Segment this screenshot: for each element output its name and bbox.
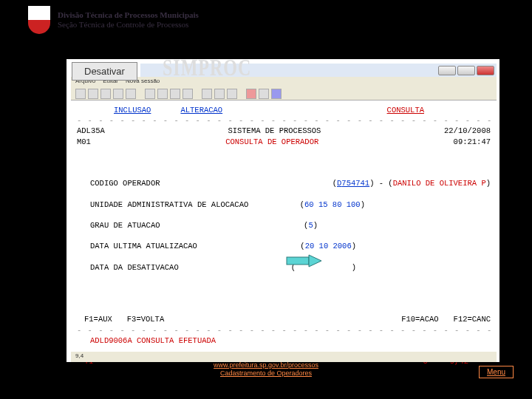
- toolbar-btn[interactable]: [145, 89, 155, 99]
- window-statusbar: 9,4: [71, 352, 497, 362]
- header-line2: Seção Técnica de Controle de Processos: [58, 20, 199, 30]
- toolbar-btn[interactable]: [75, 89, 86, 99]
- header-line1: Divisão Técnica de Processos Municipais: [58, 10, 199, 20]
- divider: - - - - - - - - - - - - - - - - - - - - …: [77, 325, 491, 335]
- arrow-annotation-icon: [286, 254, 323, 267]
- label-codigo: CODIGO OPERADOR: [90, 178, 160, 188]
- toolbar-btn[interactable]: [246, 89, 256, 99]
- statusbar-text: 9,4: [75, 352, 83, 359]
- toolbar-btn[interactable]: [157, 89, 168, 99]
- mode-alteracao[interactable]: ALTERACAO: [180, 105, 222, 115]
- fn-f10[interactable]: F10=ACAO: [401, 314, 438, 324]
- date: 22/10/2008: [444, 126, 491, 136]
- toolbar: [71, 87, 497, 100]
- value-unidade: 60 15 80 100: [304, 200, 361, 210]
- fn-f3[interactable]: F3=VOLTA: [127, 314, 164, 324]
- page-header: Divisão Técnica de Processos Municipais …: [0, 0, 532, 40]
- toolbar-btn[interactable]: [113, 89, 123, 99]
- maximize-button[interactable]: [457, 66, 475, 75]
- toolbar-btn[interactable]: [183, 89, 193, 99]
- svg-rect-0: [287, 257, 309, 265]
- toolbar-btn[interactable]: [126, 89, 136, 99]
- system-name: SISTEMA DE PROCESSOS: [228, 126, 321, 135]
- toolbar-btn[interactable]: [227, 89, 237, 99]
- toolbar-btn[interactable]: [214, 89, 225, 99]
- toolbar-btn[interactable]: [271, 89, 282, 99]
- toolbar-btn[interactable]: [170, 89, 180, 99]
- toolbar-btn[interactable]: [202, 89, 212, 99]
- toolbar-btn[interactable]: [100, 89, 111, 99]
- label-grau: GRAU DE ATUACAO: [90, 220, 160, 231]
- header-titles: Divisão Técnica de Processos Municipais …: [58, 10, 199, 30]
- mode-code: M01: [77, 137, 91, 147]
- label-ultima: DATA ULTIMA ATUALIZACAO: [90, 241, 197, 251]
- terminal-screen: INCLUSAO ALTERACAO CONSULTA - - - - - - …: [71, 102, 497, 362]
- toolbar-btn[interactable]: [88, 89, 98, 99]
- screen-title: CONSULTA DE OPERADOR: [225, 137, 318, 146]
- mode-consulta[interactable]: CONSULTA: [387, 105, 424, 115]
- minimize-button[interactable]: [438, 66, 456, 75]
- value-ultima: 20 10 2006: [305, 241, 352, 251]
- time: 09:21:47: [454, 137, 491, 147]
- fn-f1[interactable]: F1=AUX: [84, 314, 112, 324]
- label-unidade: UNIDADE ADMINISTRATIVA DE ALOCACAO: [90, 200, 248, 210]
- mode-inclusao[interactable]: INCLUSAO: [114, 105, 151, 115]
- city-shield-icon: [28, 6, 50, 34]
- value-codigo: 754741: [341, 178, 369, 188]
- value-nome: DANILO DE OLIVEIRA P: [393, 178, 486, 188]
- status-message: ADLD9006A CONSULTA EFETUADA: [90, 335, 216, 346]
- close-button[interactable]: [477, 66, 494, 75]
- fn-f12[interactable]: F12=CANC: [454, 314, 491, 324]
- prog-id: ADL35A: [77, 126, 105, 136]
- menu-button[interactable]: Menu: [479, 366, 514, 378]
- tab-desativar[interactable]: Desativar: [72, 62, 137, 81]
- svg-marker-1: [309, 255, 321, 267]
- toolbar-btn[interactable]: [259, 89, 269, 99]
- label-desativacao: DATA DA DESATIVACAO: [90, 262, 179, 273]
- link-cadastramento[interactable]: Cadastramento de Operadores: [0, 369, 532, 378]
- divider: - - - - - - - - - - - - - - - - - - - - …: [77, 115, 491, 126]
